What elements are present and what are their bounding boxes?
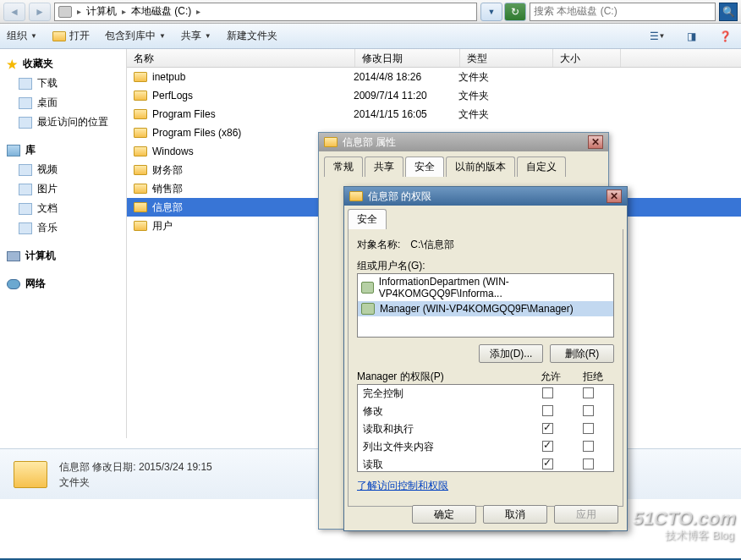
- sidebar-computer[interactable]: 计算机: [0, 246, 126, 266]
- view-options-button[interactable]: ☰ ▼: [648, 28, 667, 45]
- col-header-date[interactable]: 修改日期: [355, 49, 460, 67]
- file-type: 文件夹: [458, 107, 552, 122]
- add-button[interactable]: 添加(D)...: [479, 344, 543, 363]
- drive-icon: [58, 6, 72, 18]
- file-name: Program Files: [152, 108, 216, 120]
- deny-checkbox[interactable]: [583, 387, 594, 398]
- folder-icon: [134, 221, 147, 231]
- details-line2: 文件夹: [59, 475, 212, 490]
- permission-row: 读取和执行: [358, 420, 613, 438]
- file-row[interactable]: PerfLogs2009/7/14 11:20文件夹: [127, 86, 741, 105]
- file-name: Windows: [152, 145, 194, 157]
- sidebar-item-recent[interactable]: 最近访问的位置: [0, 113, 126, 132]
- deny-checkbox[interactable]: [583, 458, 594, 469]
- group-icon: [361, 282, 374, 294]
- permission-name: 读取: [363, 458, 527, 472]
- tab-security[interactable]: 安全: [348, 209, 387, 229]
- sidebar-item-videos[interactable]: 视频: [0, 160, 126, 179]
- deny-checkbox[interactable]: [583, 423, 594, 434]
- file-name: PerfLogs: [152, 90, 193, 102]
- allow-checkbox[interactable]: [542, 387, 553, 398]
- chevron-right-icon: ▸: [196, 7, 200, 16]
- cancel-button[interactable]: 取消: [483, 505, 547, 524]
- sidebar-item-pictures[interactable]: 图片: [0, 179, 126, 199]
- preview-icon: ◨: [687, 30, 696, 42]
- close-button[interactable]: ✕: [588, 135, 603, 149]
- share-button[interactable]: 共享 ▼: [181, 29, 211, 43]
- breadcrumb[interactable]: ▸ 计算机 ▸ 本地磁盘 (C:) ▸: [54, 3, 477, 21]
- refresh-button[interactable]: ↻: [504, 3, 526, 21]
- help-icon: ❓: [719, 30, 732, 42]
- file-name: 销售部: [152, 182, 183, 196]
- sidebar-item-downloads[interactable]: 下载: [0, 74, 126, 93]
- file-type: 文件夹: [458, 89, 552, 103]
- permissions-listbox[interactable]: 完全控制修改读取和执行列出文件夹内容读取: [357, 384, 614, 472]
- file-row[interactable]: Program Files2014/1/15 16:05文件夹: [127, 105, 741, 124]
- tab-general[interactable]: 常规: [324, 156, 363, 177]
- deny-checkbox[interactable]: [583, 405, 594, 416]
- allow-checkbox[interactable]: [542, 458, 553, 469]
- breadcrumb-seg[interactable]: 本地磁盘 (C:): [128, 4, 195, 19]
- tab-share[interactable]: 共享: [365, 156, 403, 177]
- sidebar-item-documents[interactable]: 文档: [0, 199, 126, 218]
- close-button[interactable]: ✕: [607, 189, 622, 203]
- col-header-size[interactable]: 大小: [553, 49, 621, 67]
- sidebar-libraries-head[interactable]: 库: [0, 140, 126, 160]
- groups-label: 组或用户名(G):: [357, 259, 614, 273]
- file-name: 用户: [152, 219, 173, 233]
- deny-checkbox[interactable]: [583, 441, 594, 452]
- sidebar-favorites-head[interactable]: ★收藏夹: [0, 54, 126, 74]
- col-header-name[interactable]: 名称: [127, 49, 355, 67]
- nav-back-button[interactable]: ◄: [3, 3, 25, 21]
- learn-link[interactable]: 了解访问控制和权限: [357, 479, 448, 493]
- sidebar-item-music[interactable]: 音乐: [0, 218, 126, 238]
- chevron-down-icon: ▼: [659, 32, 666, 40]
- allow-checkbox[interactable]: [542, 423, 553, 434]
- help-button[interactable]: ❓: [716, 28, 734, 45]
- tab-security[interactable]: 安全: [405, 156, 444, 177]
- nav-forward-button[interactable]: ►: [29, 3, 51, 21]
- file-type: 文件夹: [458, 70, 552, 85]
- list-item[interactable]: Manager (WIN-VP4KOMGQQ9F\Manager): [358, 301, 613, 316]
- permission-row: 读取: [358, 456, 613, 472]
- search-go-button[interactable]: 🔍: [719, 3, 738, 21]
- apply-button[interactable]: 应用: [554, 505, 618, 524]
- allow-checkbox[interactable]: [542, 405, 553, 416]
- list-item[interactable]: InformationDepartmen (WIN-VP4KOMGQQ9F\In…: [358, 274, 613, 301]
- toolbar: 组织 ▼ 打开 包含到库中 ▼ 共享 ▼ 新建文件夹 ☰ ▼ ◨ ❓: [0, 24, 741, 49]
- new-folder-button[interactable]: 新建文件夹: [227, 29, 277, 43]
- sidebar-item-desktop[interactable]: 桌面: [0, 93, 126, 113]
- search-icon: 🔍: [722, 6, 735, 18]
- col-header-type[interactable]: 类型: [460, 49, 553, 67]
- permission-name: 读取和执行: [363, 422, 527, 436]
- folder-icon: [134, 128, 147, 138]
- include-lib-button[interactable]: 包含到库中 ▼: [105, 29, 166, 43]
- ok-button[interactable]: 确定: [412, 505, 476, 524]
- allow-checkbox[interactable]: [542, 441, 553, 452]
- file-row[interactable]: inetpub2014/4/8 18:26文件夹: [127, 68, 741, 86]
- file-name: inetpub: [152, 71, 185, 83]
- open-button[interactable]: 打开: [52, 29, 90, 43]
- dialog-titlebar[interactable]: 信息部 的权限 ✕: [344, 187, 627, 206]
- deny-header: 拒绝: [572, 370, 614, 384]
- network-icon: [7, 279, 20, 289]
- tab-previous[interactable]: 以前的版本: [446, 156, 515, 177]
- dialog-titlebar[interactable]: 信息部 属性 ✕: [319, 133, 608, 151]
- remove-button[interactable]: 删除(R): [550, 344, 614, 363]
- breadcrumb-seg[interactable]: 计算机: [83, 4, 120, 19]
- sidebar-network[interactable]: 网络: [0, 274, 126, 294]
- document-icon: [19, 203, 32, 215]
- video-icon: [19, 164, 32, 176]
- file-name: 财务部: [152, 163, 183, 178]
- permission-name: 完全控制: [363, 387, 527, 401]
- refresh-dropdown-button[interactable]: ▼: [480, 3, 502, 21]
- organize-button[interactable]: 组织 ▼: [7, 29, 37, 43]
- preview-pane-button[interactable]: ◨: [682, 28, 700, 45]
- folder-icon: [349, 191, 363, 201]
- desktop-icon: [19, 97, 32, 109]
- tab-custom[interactable]: 自定义: [517, 156, 566, 177]
- folder-icon: [134, 91, 147, 101]
- search-input[interactable]: 搜索 本地磁盘 (C:): [530, 3, 716, 21]
- folder-icon: [14, 461, 47, 488]
- groups-listbox[interactable]: InformationDepartmen (WIN-VP4KOMGQQ9F\In…: [357, 273, 614, 338]
